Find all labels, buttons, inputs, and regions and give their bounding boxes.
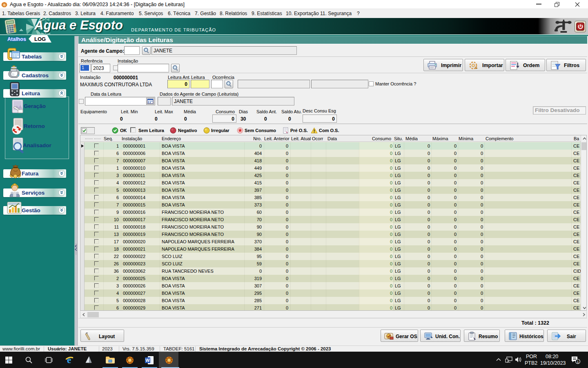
svg-text:e: e bbox=[67, 355, 71, 365]
svg-text:W: W bbox=[145, 358, 150, 363]
svg-text:1: 1 bbox=[577, 360, 579, 364]
